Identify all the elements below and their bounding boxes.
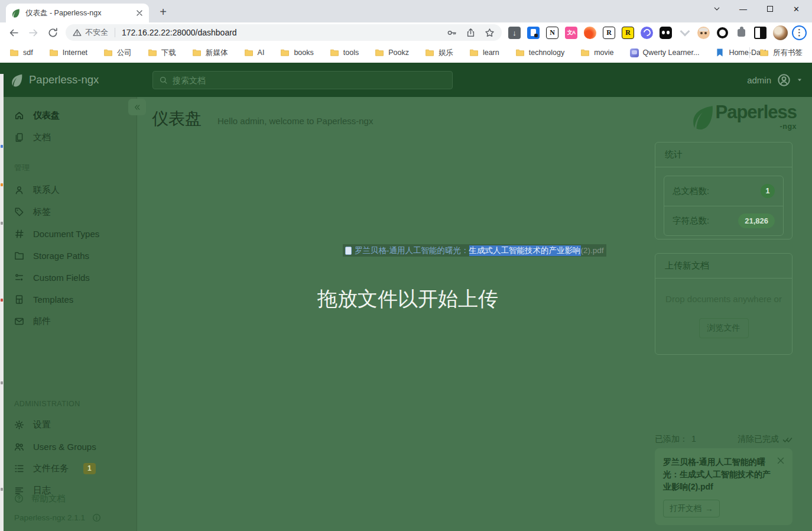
password-manager-icon[interactable] <box>527 27 540 39</box>
new-tab-button[interactable]: + <box>155 4 171 20</box>
sidebar-item-label: Storage Paths <box>33 251 89 261</box>
sidebar-item[interactable]: 标签 <box>0 201 137 223</box>
dark-eyes-icon[interactable] <box>660 27 672 39</box>
window-maximize-button[interactable] <box>756 6 783 12</box>
stat-value-badge: 1 <box>761 184 775 198</box>
uploaded-file-card: 罗兰贝格-通用人工智能的曙光：生成式人工智能技术的产业影响(2).pdf 打开文… <box>655 448 792 525</box>
paperless-app: Paperless-ngx admin 仪表盘文档 管理 联系人标签Docume… <box>0 63 812 531</box>
sidebar-item[interactable]: Custom Fields <box>0 267 137 289</box>
split-view-icon[interactable] <box>754 27 766 39</box>
bookmark-item[interactable]: movie <box>580 48 613 57</box>
upload-status-row: 已添加： 1 清除已完成 <box>655 434 792 445</box>
all-bookmarks-label: 所有书签 <box>773 48 803 58</box>
sidebar-footer: 帮助文档 Paperless-ngx 2.1.1 <box>0 488 137 526</box>
bookmark-item[interactable]: 娱乐 <box>425 48 453 58</box>
sidebar-item-label: Users & Groups <box>33 442 96 452</box>
bookmark-label: 下载 <box>161 48 176 58</box>
sidebar-item[interactable]: Storage Paths <box>0 245 137 267</box>
orange-dot-icon[interactable] <box>584 27 596 39</box>
bookmark-item[interactable]: sdf <box>9 48 33 57</box>
folder-icon <box>759 48 769 57</box>
close-icon[interactable] <box>776 456 785 465</box>
bookmark-item[interactable]: technology <box>515 48 564 57</box>
folder-icon <box>280 48 290 57</box>
search-icon <box>159 76 168 85</box>
sidebar-item[interactable]: Users & Groups <box>0 436 137 458</box>
window-close-button[interactable]: ✕ <box>783 5 810 14</box>
drop-overlay-text: 拖放文件以开始上传 <box>317 286 498 313</box>
bookmark-label: tools <box>343 48 359 57</box>
readwise-black-icon[interactable] <box>603 27 615 39</box>
profile-avatar[interactable] <box>773 25 788 40</box>
sidebar-collapse-button[interactable] <box>128 99 146 115</box>
sidebar-item[interactable]: 文档 <box>0 127 137 148</box>
sidebar-item-label: Document Types <box>33 229 99 239</box>
bookmark-item[interactable]: learn <box>469 48 499 57</box>
forward-icon[interactable] <box>28 27 39 38</box>
bookmark-star-icon[interactable] <box>485 28 495 38</box>
bookmark-label: 娱乐 <box>439 48 453 58</box>
app-brand[interactable]: Paperless-ngx <box>0 73 99 87</box>
purple-ring-icon[interactable] <box>641 27 653 39</box>
bookmark-item[interactable]: Qwerty Learner... <box>630 48 700 57</box>
reload-icon[interactable] <box>47 27 59 38</box>
customfields-icon <box>14 273 24 283</box>
bookmark-item[interactable]: Internet <box>49 48 87 57</box>
browser-toolbar: 不安全 172.16.22.22:28000/dashboard <box>0 22 812 43</box>
sidebar-item-help-docs[interactable]: 帮助文档 <box>0 488 137 509</box>
bookmark-label: learn <box>483 48 499 57</box>
not-secure-warning-icon[interactable] <box>73 28 82 37</box>
search-input[interactable] <box>173 76 446 85</box>
sidebar-item[interactable]: 邮件 <box>0 310 137 332</box>
readwise-yellow-icon[interactable] <box>622 27 634 39</box>
doctype-icon <box>14 229 24 239</box>
back-icon[interactable] <box>8 27 20 38</box>
sidebar-item[interactable]: 联系人 <box>0 179 137 201</box>
black-ring-icon[interactable] <box>716 27 729 39</box>
stat-value-badge: 21,826 <box>738 213 775 228</box>
download-manager-icon[interactable] <box>508 27 521 39</box>
sidebar-item[interactable]: Templates <box>0 289 137 310</box>
tab-search-chevron-icon[interactable] <box>703 5 730 12</box>
browser-tab[interactable]: 仪表盘 - Paperless-ngx <box>6 4 149 22</box>
tab-close-icon[interactable] <box>135 8 144 18</box>
flag-icon <box>715 48 725 57</box>
caret-down-icon <box>797 77 803 83</box>
sidebar-item-label: 联系人 <box>33 184 60 196</box>
sidebar-item[interactable]: 设置 <box>0 414 137 436</box>
bookmark-item[interactable]: books <box>280 48 313 57</box>
browser-menu-icon[interactable] <box>792 25 807 40</box>
face-avatar-icon[interactable] <box>697 27 710 39</box>
translate-icon[interactable] <box>565 27 577 39</box>
stat-row: 总文档数:1 <box>664 176 783 206</box>
bookmark-item[interactable]: Pookz <box>375 48 409 57</box>
dismiss-completed-button[interactable]: 清除已完成 <box>738 434 792 445</box>
storage-icon <box>14 251 24 261</box>
info-icon[interactable] <box>92 513 101 522</box>
share-icon[interactable] <box>466 28 476 38</box>
bookmark-item[interactable]: AI <box>244 48 265 57</box>
sidebar-section-manage: 管理 <box>0 148 137 179</box>
browse-files-button[interactable]: 浏览文件 <box>699 318 749 338</box>
window-minimize-button[interactable]: — <box>730 5 756 14</box>
all-bookmarks-button[interactable]: 所有书签 <box>759 48 803 58</box>
bookmark-item[interactable]: 新媒体 <box>192 48 228 58</box>
puzzle-icon[interactable] <box>735 27 748 39</box>
gray-shield-icon[interactable] <box>678 27 691 39</box>
sidebar-item[interactable]: Document Types <box>0 223 137 245</box>
password-key-icon[interactable] <box>447 28 457 38</box>
notion-icon[interactable] <box>546 27 558 39</box>
sidebar-item[interactable]: 文件任务1 <box>0 458 137 480</box>
paperless-leaf-icon <box>9 73 23 87</box>
stat-row: 字符总数:21,826 <box>664 206 783 235</box>
help-label: 帮助文档 <box>31 493 66 504</box>
bookmark-item[interactable]: tools <box>330 48 359 57</box>
bookmark-item[interactable]: 公司 <box>103 48 132 58</box>
bookmark-item[interactable]: 下载 <box>148 48 176 58</box>
address-bar[interactable]: 不安全 172.16.22.22:28000/dashboard <box>66 24 502 41</box>
stat-label: 总文档数: <box>673 186 709 197</box>
sidebar-item[interactable]: 仪表盘 <box>0 105 137 127</box>
url-text[interactable]: 172.16.22.22:28000/dashboard <box>122 28 447 37</box>
open-document-button[interactable]: 打开文档 → <box>663 500 720 517</box>
document-search-box[interactable] <box>152 71 453 89</box>
